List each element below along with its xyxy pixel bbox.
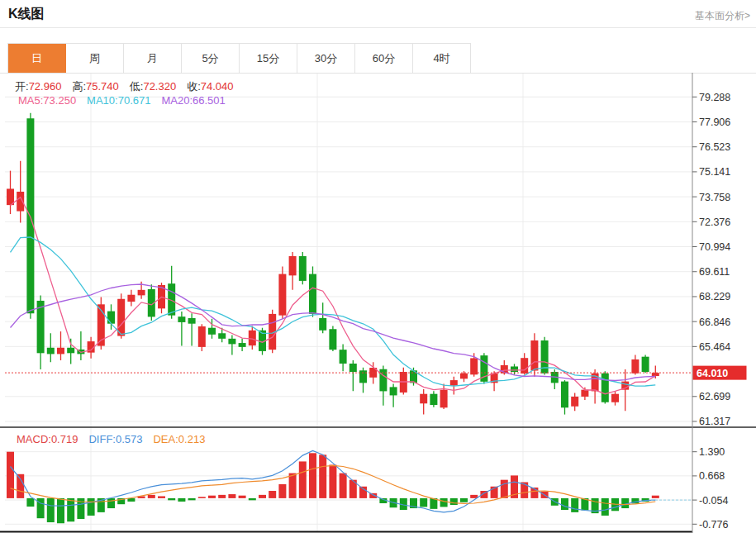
svg-text:0.668: 0.668: [699, 470, 725, 482]
tab-month[interactable]: 月: [124, 44, 182, 73]
svg-text:77.906: 77.906: [699, 117, 730, 128]
readout-item: 低:72.320: [130, 80, 176, 93]
fundamental-analysis-link[interactable]: 基本面分析>: [695, 9, 750, 23]
tab-week[interactable]: 周: [66, 44, 124, 73]
tab-day[interactable]: 日: [8, 44, 66, 73]
readout-item: 开:72.960: [15, 80, 61, 93]
readout-item: MA10:70.671: [87, 94, 150, 107]
kline-chart: 79.28877.90676.52375.14173.75872.37670.9…: [0, 73, 756, 533]
svg-text:-0.054: -0.054: [699, 495, 728, 507]
readout-item: MA5:73.250: [18, 94, 76, 107]
readout-item: 高:75.740: [72, 80, 118, 93]
tab-15min[interactable]: 15分: [240, 44, 297, 73]
readout-item: DEA:0.213: [153, 433, 205, 445]
readout-item: DIFF:0.573: [88, 433, 142, 445]
svg-text:61.317: 61.317: [699, 416, 730, 427]
svg-text:-0.776: -0.776: [699, 519, 728, 531]
page-title: K线图: [8, 6, 45, 23]
readout-item: MA20:66.501: [161, 94, 225, 107]
svg-text:65.464: 65.464: [699, 341, 730, 353]
svg-text:73.758: 73.758: [699, 192, 730, 203]
svg-text:69.611: 69.611: [699, 266, 730, 278]
tab-5min[interactable]: 5分: [182, 44, 240, 73]
tab-4hour[interactable]: 4时: [413, 44, 471, 73]
svg-text:62.699: 62.699: [699, 391, 730, 402]
readout-item: MACD:0.719: [17, 433, 78, 445]
current-price-tag-label: 64.010: [697, 368, 728, 379]
svg-text:68.229: 68.229: [699, 291, 730, 302]
ma-readout: MA5:73.250MA10:70.671MA20:66.501: [18, 94, 236, 107]
svg-text:72.376: 72.376: [699, 217, 730, 228]
page-header: K线图 基本面分析>: [0, 0, 756, 28]
macd-readout: MACD:0.719DIFF:0.573DEA:0.213: [17, 433, 216, 445]
kline-chart-canvas[interactable]: 79.28877.90676.52375.14173.75872.37670.9…: [0, 73, 756, 533]
readout-item: 收:74.040: [187, 80, 233, 93]
svg-text:1.390: 1.390: [699, 446, 725, 458]
svg-text:75.141: 75.141: [699, 166, 730, 178]
svg-text:66.846: 66.846: [699, 316, 730, 328]
ohlc-readout: 开:72.960高:75.740低:72.320收:74.040: [15, 79, 245, 94]
svg-text:79.288: 79.288: [699, 92, 730, 103]
svg-text:76.523: 76.523: [699, 141, 730, 153]
tab-30min[interactable]: 30分: [297, 44, 355, 73]
svg-text:70.994: 70.994: [699, 241, 730, 253]
tab-60min[interactable]: 60分: [355, 44, 413, 73]
period-tab-bar: 日周月5分15分30分60分4时: [7, 43, 471, 73]
